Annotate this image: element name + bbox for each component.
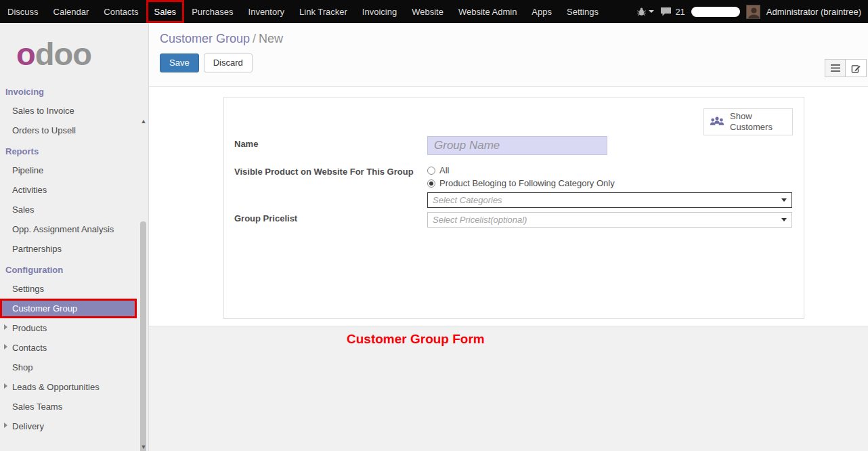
menu-invoicing[interactable]: Invoicing: [355, 0, 404, 23]
sidebar-heading-reports: Reports: [0, 140, 148, 160]
category-radio-label: Product Beloging to Following Category O…: [439, 178, 615, 188]
sidebar-item-leads-opportunities[interactable]: Leads & Opportunities: [0, 377, 148, 397]
show-customers-label: Show Customers: [730, 111, 787, 133]
debug-caret-icon: [649, 10, 654, 13]
radio-option-all[interactable]: All: [427, 165, 449, 175]
sidebar-item-contacts[interactable]: Contacts: [0, 338, 148, 358]
sidebar-heading-invoicing: Invoicing: [0, 81, 148, 101]
sidebar-item-orders-to-upsell[interactable]: Orders to Upsell: [0, 121, 148, 140]
sidebar-item-activities[interactable]: Activities: [0, 180, 148, 200]
odoo-logo: odoo: [0, 23, 148, 79]
menu-apps[interactable]: Apps: [524, 0, 559, 23]
sidebar-item-partnerships[interactable]: Partnerships: [0, 239, 148, 259]
scrollbar-thumb[interactable]: [140, 221, 146, 451]
visible-product-field-label: Visible Product on Website For This Grou…: [234, 167, 414, 177]
name-field-label: Name: [234, 139, 258, 149]
sidebar-item-shop[interactable]: Shop: [0, 358, 148, 377]
annotation-caption: Customer Group Form: [347, 332, 485, 347]
form-sheet: Show Customers Name Visible Product on W…: [223, 97, 804, 319]
menu-inventory[interactable]: Inventory: [241, 0, 292, 23]
sidebar-menu: Invoicing Sales to Invoice Orders to Ups…: [0, 79, 148, 436]
dropdown-caret-icon: [781, 218, 787, 221]
sidebar: odoo Invoicing Sales to Invoice Orders t…: [0, 23, 149, 451]
sidebar-item-customer-group[interactable]: Customer Group: [0, 299, 137, 318]
sidebar-item-delivery[interactable]: Delivery: [0, 416, 148, 436]
user-menu[interactable]: Administrator (braintree): [766, 7, 861, 17]
categories-select[interactable]: Select Categories: [427, 192, 792, 208]
menu-website[interactable]: Website: [404, 0, 451, 23]
sidebar-item-label: Delivery: [12, 421, 44, 431]
list-icon: [831, 64, 840, 72]
form-view-button[interactable]: [846, 59, 867, 77]
control-panel: Customer Group/New Save Discard: [149, 23, 868, 87]
expand-caret-icon: [4, 423, 7, 428]
user-avatar[interactable]: [746, 5, 760, 19]
sidebar-item-label: Contacts: [12, 343, 47, 353]
all-radio-label: All: [439, 165, 449, 175]
menu-calendar[interactable]: Calendar: [46, 0, 97, 23]
view-switcher: [825, 59, 867, 77]
all-radio-button[interactable]: [427, 167, 435, 175]
radio-option-category[interactable]: Product Beloging to Following Category O…: [427, 178, 615, 188]
menu-website-admin[interactable]: Website Admin: [451, 0, 524, 23]
group-name-input[interactable]: [427, 136, 607, 155]
expand-caret-icon: [4, 383, 7, 389]
topbar-menu: Discuss Calendar Contacts Sales Purchase…: [0, 0, 606, 23]
menu-contacts[interactable]: Contacts: [96, 0, 146, 23]
form-view: Show Customers Name Visible Product on W…: [149, 87, 868, 451]
pricelist-field-label: Group Pricelist: [234, 213, 297, 223]
scroll-down-icon[interactable]: ▼: [139, 444, 148, 450]
list-view-button[interactable]: [825, 59, 846, 77]
form-action-buttons: Save Discard: [149, 46, 868, 72]
menu-sales[interactable]: Sales: [146, 0, 185, 23]
topbar: Discuss Calendar Contacts Sales Purchase…: [0, 0, 868, 23]
messages-icon[interactable]: [660, 7, 672, 16]
customers-people-icon: [710, 115, 724, 129]
scroll-up-icon[interactable]: ▲: [139, 118, 148, 125]
show-customers-button[interactable]: Show Customers: [703, 108, 793, 135]
breadcrumb-customer-group-link[interactable]: Customer Group: [160, 32, 250, 45]
dropdown-caret-icon: [781, 198, 787, 202]
discard-button[interactable]: Discard: [204, 53, 253, 72]
logo-accent-letter: o: [16, 36, 35, 72]
sidebar-item-sales-to-invoice[interactable]: Sales to Invoice: [0, 101, 148, 121]
expand-caret-icon: [4, 324, 7, 330]
sidebar-item-label: Leads & Opportunities: [12, 382, 100, 392]
pricelist-select[interactable]: Select Pricelist(optional): [427, 212, 792, 228]
form-edit-icon: [851, 64, 861, 73]
logo-rest-letters: doo: [35, 36, 91, 72]
sidebar-item-products[interactable]: Products: [0, 318, 148, 338]
breadcrumb-current: New: [259, 32, 283, 45]
topbar-right: 21 Administrator (braintree): [636, 0, 868, 23]
menu-purchases[interactable]: Purchases: [184, 0, 240, 23]
sidebar-scrollbar[interactable]: ▲ ▼: [139, 118, 148, 451]
debug-bug-icon[interactable]: [636, 7, 654, 16]
breadcrumb: Customer Group/New: [149, 23, 868, 46]
status-pill[interactable]: [691, 7, 740, 17]
menu-link-tracker[interactable]: Link Tracker: [292, 0, 355, 23]
sidebar-heading-configuration: Configuration: [0, 259, 148, 279]
sidebar-item-sales[interactable]: Sales: [0, 200, 148, 219]
menu-settings[interactable]: Settings: [559, 0, 606, 23]
category-radio-button[interactable]: [427, 179, 435, 188]
messages-count[interactable]: 21: [675, 7, 685, 17]
pricelist-select-placeholder: Select Pricelist(optional): [433, 215, 527, 225]
sidebar-item-sales-teams[interactable]: Sales Teams: [0, 397, 148, 416]
categories-select-placeholder: Select Categories: [433, 195, 502, 205]
sidebar-item-opp-assignment-analysis[interactable]: Opp. Assignment Analysis: [0, 219, 148, 239]
expand-caret-icon: [4, 344, 7, 349]
menu-discuss[interactable]: Discuss: [0, 0, 46, 23]
breadcrumb-separator: /: [250, 32, 259, 45]
content-lower-area: [149, 326, 868, 451]
sidebar-item-label: Products: [12, 323, 47, 333]
sidebar-item-settings[interactable]: Settings: [0, 279, 148, 299]
save-button[interactable]: Save: [160, 53, 199, 72]
sidebar-item-pipeline[interactable]: Pipeline: [0, 160, 148, 180]
